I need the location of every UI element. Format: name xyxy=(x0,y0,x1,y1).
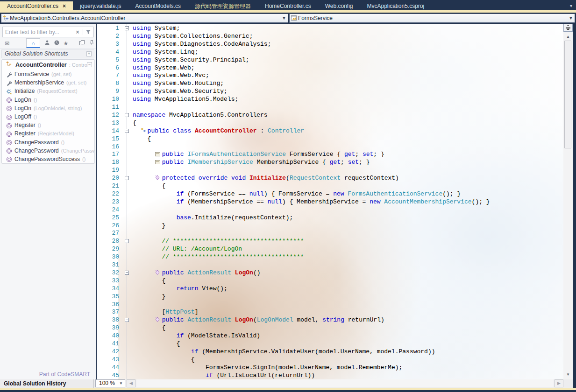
line-number[interactable]: 43 xyxy=(97,356,121,364)
code-line[interactable]: 26 } xyxy=(97,222,563,230)
line-number[interactable]: 18 xyxy=(97,158,121,166)
line-number[interactable]: 17 xyxy=(97,150,121,158)
tab-HomeController.cs[interactable]: HomeController.cs xyxy=(258,1,318,13)
line-number[interactable]: 1 xyxy=(97,24,121,32)
code-line[interactable]: 34 return View(); xyxy=(97,285,563,293)
code-editor[interactable]: 1using System;2using System.Collections.… xyxy=(97,24,563,379)
line-number[interactable]: 21 xyxy=(97,182,121,190)
member-item-ChangePassword[interactable]: ChangePassword() xyxy=(2,138,94,147)
star-icon[interactable]: ★ xyxy=(62,40,70,47)
line-number[interactable]: 27 xyxy=(97,229,121,237)
code-line[interactable]: 21 { xyxy=(97,182,563,190)
line-number[interactable]: 34 xyxy=(97,285,121,293)
line-number[interactable]: 39 xyxy=(97,324,121,332)
editor-splitter-handle[interactable] xyxy=(563,24,573,32)
line-number[interactable]: 40 xyxy=(97,332,121,340)
pin-icon[interactable] xyxy=(88,40,95,47)
line-number[interactable]: 37 xyxy=(97,308,121,316)
member-item-LogOn[interactable]: LogOn() xyxy=(2,96,94,104)
mail-icon[interactable]: ✉ xyxy=(3,40,11,47)
code-line[interactable]: 16 xyxy=(97,143,563,151)
tab-Web.config[interactable]: Web.config xyxy=(318,1,360,13)
code-line[interactable]: 8using System.Web.Routing; xyxy=(97,79,563,87)
fold-collapse-box[interactable] xyxy=(125,129,129,133)
code-line[interactable]: 13{ xyxy=(97,119,563,127)
fold-collapse-box[interactable] xyxy=(125,318,129,322)
line-number[interactable]: 6 xyxy=(97,64,121,72)
user-icon[interactable] xyxy=(43,40,51,47)
filter-input[interactable] xyxy=(3,28,72,36)
class-header[interactable]: AccountController : Controll − xyxy=(2,60,94,70)
line-number[interactable]: 10 xyxy=(97,95,121,103)
vertical-scrollbar-thumb[interactable] xyxy=(564,41,571,148)
collapse-minus-icon[interactable]: − xyxy=(87,62,92,67)
member-item-LogOn[interactable]: LogOn(LogOnModel, string) xyxy=(2,104,94,112)
code-line[interactable]: 44 FormsService.SignIn(model.UserName, m… xyxy=(97,364,563,371)
fold-collapse-box[interactable] xyxy=(125,26,129,30)
member-item-Initialize[interactable]: Initialize(RequestContext) xyxy=(2,87,94,95)
clock-icon[interactable] xyxy=(53,40,60,47)
code-line[interactable]: 45 if (Url.IsLocalUrl(returnUrl)) xyxy=(97,371,563,379)
line-number[interactable]: 28 xyxy=(97,237,121,245)
line-number[interactable]: 29 xyxy=(97,245,121,253)
code-line[interactable]: 2using System.Collections.Generic; xyxy=(97,32,563,40)
scroll-right-arrow[interactable]: ▶ xyxy=(555,379,563,387)
expand-plus-icon[interactable]: + xyxy=(86,51,92,56)
scroll-down-arrow[interactable]: ▼ xyxy=(563,371,573,378)
code-line[interactable]: 4using System.Linq; xyxy=(97,48,563,56)
line-number[interactable]: 25 xyxy=(97,214,121,222)
code-line[interactable]: 20 protected override void Initialize(Re… xyxy=(97,174,563,182)
code-line[interactable]: 29 // URL: /Account/LogOn xyxy=(97,245,563,253)
line-number[interactable]: 9 xyxy=(97,87,121,95)
code-line[interactable]: 9using System.Web.Security; xyxy=(97,87,563,95)
chevron-down-icon[interactable]: ▼ xyxy=(567,16,575,21)
code-line[interactable]: 36 xyxy=(97,301,563,308)
tab-AccountController.cs[interactable]: AccountController.cs× xyxy=(0,1,73,13)
home-tab[interactable]: ⌂ xyxy=(26,38,40,48)
close-tab-icon[interactable]: × xyxy=(63,3,66,9)
line-number[interactable]: 11 xyxy=(97,103,121,111)
line-number[interactable]: 44 xyxy=(97,364,121,371)
code-line[interactable]: 28 // **********************************… xyxy=(97,237,563,245)
members-dropdown[interactable]: FormsService ▼ xyxy=(289,14,575,23)
chevron-down-icon[interactable]: ▼ xyxy=(280,16,288,21)
code-line[interactable]: 42 if (MembershipService.ValidateUser(mo… xyxy=(97,348,563,356)
tab-MvcApplication5.csproj[interactable]: MvcApplication5.csproj xyxy=(360,1,431,13)
line-number[interactable]: 14 xyxy=(97,127,121,135)
line-number[interactable]: 15 xyxy=(97,135,121,143)
fold-collapse-box[interactable] xyxy=(125,271,129,275)
code-line[interactable]: 5using System.Security.Principal; xyxy=(97,56,563,64)
line-number[interactable]: 24 xyxy=(97,206,121,214)
code-line[interactable]: 12namespace MvcApplication5.Controllers xyxy=(97,111,563,119)
line-number[interactable]: 13 xyxy=(97,119,121,127)
line-number[interactable]: 30 xyxy=(97,253,121,261)
code-line[interactable]: 15 { xyxy=(97,135,563,143)
vertical-scrollbar[interactable]: ▲ ▼ xyxy=(563,24,573,379)
code-line[interactable]: 32 public ActionResult LogOn() xyxy=(97,269,563,277)
fold-collapse-box[interactable] xyxy=(125,176,129,180)
line-number[interactable]: 35 xyxy=(97,293,121,301)
fold-collapse-box[interactable] xyxy=(125,113,129,117)
line-number[interactable]: 41 xyxy=(97,340,121,348)
tab-AccountModels.cs[interactable]: AccountModels.cs xyxy=(128,1,188,13)
code-line[interactable]: 1using System; xyxy=(97,24,563,32)
line-number[interactable]: 31 xyxy=(97,261,121,269)
scroll-left-arrow[interactable]: ◀ xyxy=(127,379,135,387)
code-line[interactable]: 30 // **********************************… xyxy=(97,253,563,261)
code-line[interactable]: 6using System.Web; xyxy=(97,64,563,72)
line-number[interactable]: 7 xyxy=(97,71,121,79)
funnel-icon[interactable] xyxy=(83,28,93,36)
code-line[interactable]: 17 public IFormsAuthenticationService Fo… xyxy=(97,150,563,158)
clear-filter-x-icon[interactable]: × xyxy=(72,29,83,35)
line-number[interactable]: 32 xyxy=(97,269,121,277)
shortcuts-icon[interactable] xyxy=(78,40,85,47)
member-item-Register[interactable]: Register() xyxy=(2,121,94,129)
types-dropdown[interactable]: MvcApplication5.Controllers.AccountContr… xyxy=(1,14,288,23)
code-line[interactable]: 38 public ActionResult LogOn(LogOnModel … xyxy=(97,316,563,324)
member-item-MembershipService[interactable]: MembershipService(get, set) xyxy=(2,78,94,87)
member-item-LogOff[interactable]: LogOff() xyxy=(2,112,94,121)
line-number[interactable]: 3 xyxy=(97,40,121,48)
code-line[interactable]: 18 public IMembershipService MembershipS… xyxy=(97,158,563,166)
line-number[interactable]: 5 xyxy=(97,56,121,64)
line-number[interactable]: 36 xyxy=(97,301,121,308)
